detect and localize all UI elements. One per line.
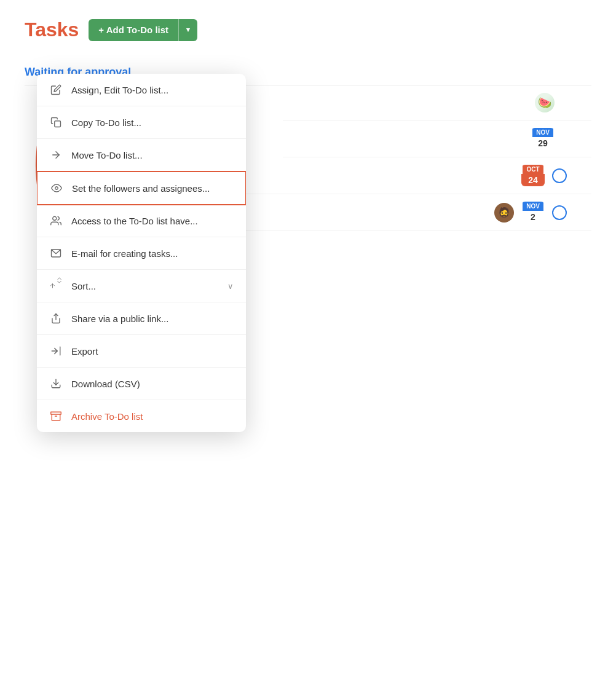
table-row: 🍉 <box>283 85 591 120</box>
date-badge: Nov 29 <box>531 128 555 149</box>
task-status-circle <box>552 205 567 220</box>
menu-item-access[interactable]: Access to the To-Do list have... <box>37 205 246 237</box>
menu-item-followers[interactable]: Set the followers and assignees... <box>37 171 246 205</box>
menu-item-export[interactable]: Export <box>37 335 246 368</box>
menu-item-label: E-mail for creating tasks... <box>71 248 234 259</box>
archive-icon <box>49 409 63 423</box>
add-todo-button[interactable]: + Add To-Do list ▾ <box>89 19 197 41</box>
arrow-right-icon <box>49 148 63 162</box>
date-month: Nov <box>523 202 543 211</box>
date-month: Oct <box>523 165 543 174</box>
page-header: Tasks + Add To-Do list ▾ <box>25 18 591 41</box>
share-icon <box>49 312 63 325</box>
menu-item-assign-edit[interactable]: Assign, Edit To-Do list... <box>37 74 246 106</box>
table-row: Nov 29 <box>283 120 591 157</box>
pencil-icon <box>49 83 63 97</box>
menu-item-label: Share via a public link... <box>71 313 234 324</box>
copy-icon <box>49 116 63 129</box>
svg-rect-9 <box>51 412 61 414</box>
menu-item-label: Move To-Do list... <box>71 150 234 160</box>
eye-icon <box>50 181 63 195</box>
avatar: 🍉 <box>535 93 555 112</box>
menu-item-archive[interactable]: Archive To-Do list <box>37 400 246 432</box>
date-day: 29 <box>531 137 555 149</box>
date-badge: Oct 24 <box>521 165 545 186</box>
task-status-circle <box>552 168 567 183</box>
btn-dropdown-arrow[interactable]: ▾ <box>179 21 197 39</box>
menu-item-move[interactable]: Move To-Do list... <box>37 139 246 172</box>
svg-point-3 <box>53 216 57 220</box>
download-icon <box>49 377 63 390</box>
date-month: Nov <box>532 128 553 137</box>
menu-item-email[interactable]: E-mail for creating tasks... <box>37 237 246 270</box>
menu-item-label: Assign, Edit To-Do list... <box>71 85 234 95</box>
page-title: Tasks <box>25 18 79 41</box>
menu-item-copy[interactable]: Copy To-Do list... <box>37 106 246 139</box>
add-todo-main[interactable]: + Add To-Do list <box>89 20 178 40</box>
svg-point-2 <box>55 187 58 190</box>
chevron-down-icon: ∨ <box>227 282 234 291</box>
avatar: 🧔 <box>494 203 514 223</box>
menu-item-share[interactable]: Share via a public link... <box>37 302 246 335</box>
context-menu: Assign, Edit To-Do list... Copy To-Do li… <box>37 74 246 432</box>
sort-icon <box>49 279 63 293</box>
menu-item-label: Set the followers and assignees... <box>72 183 233 194</box>
svg-rect-0 <box>55 121 61 127</box>
menu-item-sort[interactable]: Sort... ∨ <box>37 270 246 302</box>
person-icon <box>49 214 63 227</box>
menu-item-download[interactable]: Download (CSV) <box>37 368 246 400</box>
date-day: 2 <box>521 211 545 223</box>
menu-item-label: Export <box>71 346 234 357</box>
menu-item-label: Copy To-Do list... <box>71 117 234 128</box>
export-icon <box>49 344 63 358</box>
date-day: 24 <box>521 174 545 186</box>
envelope-icon <box>49 246 63 260</box>
menu-item-label: Archive To-Do list <box>71 411 234 422</box>
date-badge: Nov 2 <box>521 202 545 223</box>
menu-item-label: Access to the To-Do list have... <box>71 216 234 226</box>
menu-item-label: Download (CSV) <box>71 379 234 389</box>
menu-item-label: Sort... <box>71 281 219 291</box>
